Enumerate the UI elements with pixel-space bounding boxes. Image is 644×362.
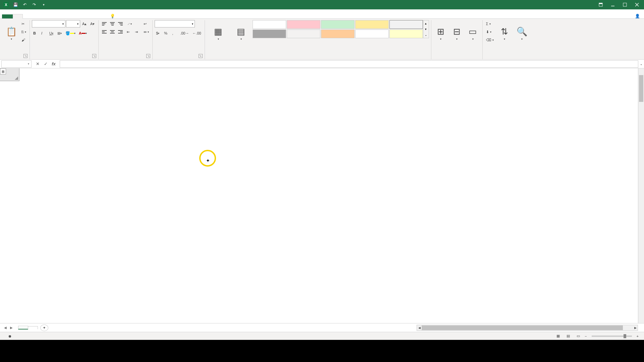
style-bad[interactable] bbox=[287, 20, 320, 29]
horizontal-scrollbar[interactable]: ◀ ▶ bbox=[417, 325, 638, 331]
close-icon[interactable] bbox=[631, 1, 643, 8]
hscroll-left-icon[interactable]: ◀ bbox=[417, 325, 422, 330]
spreadsheet-grid[interactable]: ⊞ ✦ bbox=[0, 68, 644, 323]
sheet-nav-prev-icon[interactable]: ◀ bbox=[3, 325, 8, 330]
format-cells-button[interactable]: ▭▾ bbox=[466, 20, 480, 47]
increase-font-icon[interactable]: A▴ bbox=[81, 20, 88, 27]
sheet-tab-basic-formulas[interactable] bbox=[18, 326, 28, 329]
percent-format-icon[interactable]: % bbox=[163, 29, 170, 37]
number-dialog-icon[interactable]: ↘ bbox=[199, 54, 203, 58]
page-break-view-icon[interactable]: ▭ bbox=[575, 333, 582, 339]
paste-button[interactable]: 📋▾ bbox=[4, 20, 19, 47]
tab-data[interactable] bbox=[53, 14, 63, 18]
sort-filter-button[interactable]: ⇅▾ bbox=[496, 20, 513, 47]
zoom-slider[interactable] bbox=[592, 336, 632, 337]
style-neutral[interactable] bbox=[355, 20, 389, 29]
underline-button[interactable]: U ▾ bbox=[48, 29, 55, 37]
borders-button[interactable]: ⊞▾ bbox=[56, 29, 63, 37]
formula-input[interactable] bbox=[60, 60, 638, 68]
style-normal[interactable] bbox=[253, 20, 286, 29]
tell-me[interactable]: 💡 bbox=[110, 14, 116, 18]
tab-page-layout[interactable] bbox=[33, 14, 43, 18]
tab-developer[interactable] bbox=[83, 14, 93, 18]
tab-review[interactable] bbox=[63, 14, 73, 18]
italic-button[interactable]: I bbox=[40, 29, 47, 37]
share-button[interactable]: 👤 bbox=[635, 14, 640, 18]
clipboard-dialog-icon[interactable]: ↘ bbox=[23, 54, 28, 58]
comma-format-icon[interactable]: , bbox=[171, 29, 178, 37]
decrease-font-icon[interactable]: A▾ bbox=[89, 20, 96, 27]
style-calculation[interactable] bbox=[389, 20, 423, 29]
insert-function-icon[interactable]: fx bbox=[50, 60, 58, 68]
wrap-text-button[interactable]: ↩ bbox=[142, 20, 150, 27]
style-explanatory[interactable] bbox=[287, 29, 320, 38]
font-name-select[interactable]: ▾ bbox=[32, 20, 65, 27]
save-icon[interactable]: 💾 bbox=[11, 1, 19, 8]
conditional-formatting-button[interactable]: ▦▾ bbox=[207, 20, 230, 47]
tab-insert[interactable] bbox=[23, 14, 33, 18]
alignment-dialog-icon[interactable]: ↘ bbox=[146, 54, 150, 58]
orientation-button[interactable]: ⟋ ▾ bbox=[125, 20, 141, 27]
decrease-indent-icon[interactable]: ⇤ bbox=[125, 28, 133, 36]
accounting-format-icon[interactable]: $ ▾ bbox=[155, 29, 162, 37]
clear-button[interactable]: ⌫ ▾ bbox=[485, 36, 495, 44]
expand-formula-bar-icon[interactable]: ⌄ bbox=[638, 60, 644, 68]
undo-icon[interactable]: ↶ bbox=[21, 1, 29, 8]
delete-cells-button[interactable]: ⊟▾ bbox=[449, 20, 464, 47]
tab-formulas[interactable] bbox=[43, 14, 53, 18]
font-color-button[interactable]: A▾ bbox=[77, 29, 88, 37]
align-right-icon[interactable] bbox=[117, 28, 124, 36]
format-as-table-button[interactable]: ▤▾ bbox=[231, 20, 251, 47]
bold-button[interactable]: B bbox=[32, 29, 39, 37]
hscroll-right-icon[interactable]: ▶ bbox=[633, 325, 638, 330]
style-linked-cell[interactable] bbox=[355, 29, 389, 38]
fill-button[interactable]: ⬇ ▾ bbox=[485, 28, 495, 36]
merge-center-button[interactable]: ⇔ ▾ bbox=[142, 28, 150, 36]
maximize-icon[interactable] bbox=[619, 1, 631, 8]
align-left-icon[interactable] bbox=[101, 28, 108, 36]
style-check-cell[interactable] bbox=[253, 29, 286, 38]
style-good[interactable] bbox=[321, 20, 355, 29]
sheet-tab-advanced-formulas[interactable] bbox=[28, 326, 38, 329]
zoom-in-icon[interactable]: + bbox=[637, 334, 639, 338]
normal-view-icon[interactable]: ▦ bbox=[554, 333, 562, 339]
redo-icon[interactable]: ↷ bbox=[30, 1, 38, 8]
align-center-icon[interactable] bbox=[109, 28, 116, 36]
autofill-options-icon[interactable]: ⊞ bbox=[0, 68, 6, 74]
new-sheet-icon[interactable]: + bbox=[40, 324, 48, 331]
increase-indent-icon[interactable]: ⇥ bbox=[133, 28, 141, 36]
insert-cells-button[interactable]: ⊞▾ bbox=[433, 20, 448, 47]
tab-view[interactable] bbox=[73, 14, 83, 18]
autosum-button[interactable]: Σ ▾ bbox=[485, 20, 495, 27]
align-middle-icon[interactable] bbox=[109, 20, 116, 27]
sheet-nav-next-icon[interactable]: ▶ bbox=[9, 325, 14, 330]
font-size-select[interactable]: ▾ bbox=[66, 20, 80, 27]
name-box[interactable]: ▾ bbox=[1, 60, 32, 68]
file-tab[interactable] bbox=[2, 14, 13, 18]
vertical-scrollbar[interactable] bbox=[638, 68, 644, 323]
increase-decimal-icon[interactable]: .00→ bbox=[179, 29, 190, 37]
enter-formula-icon[interactable]: ✓ bbox=[42, 60, 50, 68]
align-top-icon[interactable] bbox=[101, 20, 108, 27]
format-painter-button[interactable]: 🖌 bbox=[20, 36, 28, 44]
cancel-formula-icon[interactable]: ✕ bbox=[34, 60, 42, 68]
qat-customize-icon[interactable]: ▾ bbox=[40, 1, 48, 8]
tab-home[interactable] bbox=[13, 14, 23, 19]
align-bottom-icon[interactable] bbox=[117, 20, 124, 27]
style-input[interactable] bbox=[321, 29, 355, 38]
fill-color-button[interactable]: 🪣▾ bbox=[64, 29, 77, 37]
style-gallery-more[interactable]: ▴▾⌄ bbox=[423, 20, 429, 38]
tab-team[interactable] bbox=[93, 14, 103, 18]
font-dialog-icon[interactable]: ↘ bbox=[92, 54, 96, 58]
page-layout-view-icon[interactable]: ▤ bbox=[565, 333, 572, 339]
minimize-icon[interactable] bbox=[607, 1, 619, 8]
zoom-out-icon[interactable]: − bbox=[585, 334, 587, 338]
find-select-button[interactable]: 🔍▾ bbox=[514, 20, 530, 47]
cut-button[interactable]: ✂ bbox=[20, 20, 28, 27]
ribbon-display-icon[interactable] bbox=[595, 1, 606, 8]
macro-record-icon[interactable]: ⏺ bbox=[8, 334, 12, 338]
number-format-select[interactable]: ▾ bbox=[155, 20, 195, 27]
style-note[interactable] bbox=[389, 29, 423, 38]
decrease-decimal-icon[interactable]: ←.00 bbox=[191, 29, 202, 37]
copy-button[interactable]: ⎘ ▾ bbox=[20, 28, 28, 36]
